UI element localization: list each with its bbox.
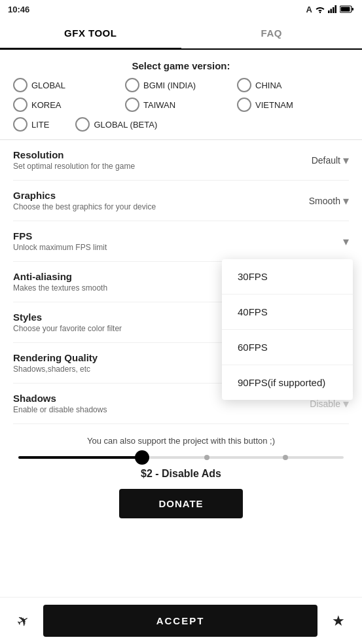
label-global: GLOBAL <box>31 80 65 90</box>
version-taiwan[interactable]: TAIWAN <box>125 98 237 112</box>
status-icons: A <box>306 5 354 14</box>
star-icon[interactable]: ★ <box>327 607 350 635</box>
antialiasing-label: Anti-aliasing <box>13 271 107 282</box>
svg-rect-6 <box>341 7 350 12</box>
svg-rect-1 <box>328 10 330 13</box>
fps-desc: Unlock maximum FPS limit <box>13 243 107 252</box>
slider-thumb[interactable] <box>135 450 149 465</box>
radio-taiwan <box>125 98 139 112</box>
battery-icon <box>340 5 354 13</box>
resolution-row: Resolution Set optimal resolution for th… <box>13 140 349 181</box>
graphics-value: Smooth <box>309 196 340 206</box>
fps-left: FPS Unlock maximum FPS limit <box>13 230 107 252</box>
fps-option-60[interactable]: 60FPS <box>222 330 353 365</box>
fps-chevron-icon: ▾ <box>343 236 349 247</box>
slider-fill <box>18 456 142 459</box>
svg-rect-4 <box>335 5 337 13</box>
accept-button[interactable]: ACCEPT <box>43 605 317 637</box>
radio-vietnam <box>237 98 251 112</box>
tab-bar: GFX TOOL FAQ <box>0 18 362 50</box>
label-global-beta: GLOBAL (BETA) <box>94 120 157 130</box>
send-icon[interactable]: ✈ <box>7 603 39 638</box>
fps-option-30[interactable]: 30FPS <box>222 259 353 295</box>
rendering-quality-left: Rendering Quality Shadows,shaders, etc <box>13 352 98 374</box>
version-row-3: LITE GLOBAL (BETA) <box>13 117 349 139</box>
styles-label: Styles <box>13 312 122 323</box>
signal-icon <box>328 5 337 13</box>
fps-row: FPS Unlock maximum FPS limit ▾ <box>13 221 349 262</box>
a-icon: A <box>306 5 312 14</box>
radio-global <box>13 78 27 92</box>
radio-bgmi <box>125 78 139 92</box>
radio-lite <box>13 117 27 132</box>
svg-rect-3 <box>333 7 335 13</box>
support-text: You can also support the project with th… <box>13 436 349 446</box>
version-korea[interactable]: KOREA <box>13 98 125 112</box>
game-version-title: Select game version: <box>13 50 349 78</box>
fps-label: FPS <box>13 230 107 241</box>
radio-china <box>237 78 251 92</box>
styles-left: Styles Choose your favorite color filter <box>13 312 122 333</box>
version-vietnam[interactable]: VIETNAM <box>237 98 349 112</box>
resolution-label: Resolution <box>13 149 135 160</box>
antialiasing-left: Anti-aliasing Makes the textures smooth <box>13 271 107 293</box>
fps-option-40[interactable]: 40FPS <box>222 295 353 330</box>
graphics-chevron-icon: ▾ <box>343 195 349 207</box>
label-taiwan: TAIWAN <box>143 100 175 110</box>
graphics-row: Graphics Choose the best graphics for yo… <box>13 181 349 221</box>
status-time: 10:46 <box>8 5 29 14</box>
shadows-desc: Enable or disable shadows <box>13 405 107 414</box>
fps-dropdown-trigger[interactable]: ▾ <box>343 236 349 247</box>
resolution-desc: Set optimal resolution for the game <box>13 162 135 171</box>
resolution-value: Default <box>312 155 340 166</box>
graphics-left: Graphics Choose the best graphics for yo… <box>13 190 156 211</box>
tab-faq[interactable]: FAQ <box>181 18 363 48</box>
version-global[interactable]: GLOBAL <box>13 78 125 92</box>
bottom-bar: ✈ ACCEPT ★ <box>0 597 362 644</box>
label-lite: LITE <box>31 120 49 130</box>
graphics-desc: Choose the best graphics for your device <box>13 202 156 211</box>
version-bgmi[interactable]: BGMI (INDIA) <box>125 78 237 92</box>
slider-dot2 <box>283 455 288 460</box>
styles-desc: Choose your favorite color filter <box>13 324 122 333</box>
svg-rect-2 <box>331 9 333 14</box>
label-china: CHINA <box>255 80 281 90</box>
fps-dropdown-popup: 30FPS 40FPS 60FPS 90FPS(if supported) <box>222 259 353 400</box>
graphics-label: Graphics <box>13 190 156 201</box>
shadows-left: Shadows Enable or disable shadows <box>13 393 107 414</box>
rendering-quality-desc: Shadows,shaders, etc <box>13 365 98 374</box>
slider-container[interactable] <box>13 456 349 459</box>
resolution-dropdown[interactable]: Default ▾ <box>312 154 349 166</box>
radio-korea <box>13 98 27 112</box>
svg-point-0 <box>319 12 321 13</box>
graphics-dropdown[interactable]: Smooth ▾ <box>309 195 349 207</box>
version-grid: GLOBAL BGMI (INDIA) CHINA KOREA TAIWAN V… <box>13 78 349 117</box>
version-lite[interactable]: LITE <box>13 117 49 132</box>
radio-global-beta <box>75 117 90 132</box>
shadows-label: Shadows <box>13 393 107 404</box>
resolution-chevron-icon: ▾ <box>343 154 349 166</box>
slider-dot1 <box>204 455 209 460</box>
donate-button[interactable]: DONATE <box>119 489 242 518</box>
svg-rect-7 <box>352 8 354 10</box>
slider-track <box>18 456 344 459</box>
antialiasing-desc: Makes the textures smooth <box>13 283 107 293</box>
version-global-beta[interactable]: GLOBAL (BETA) <box>75 117 157 132</box>
price-label: $2 - Disable Ads <box>13 468 349 480</box>
fps-option-90[interactable]: 90FPS(if supported) <box>222 365 353 400</box>
rendering-quality-label: Rendering Quality <box>13 352 98 363</box>
wifi-icon <box>315 5 325 13</box>
resolution-left: Resolution Set optimal resolution for th… <box>13 149 135 171</box>
label-vietnam: VIETNAM <box>255 100 293 110</box>
tab-gfx-tool[interactable]: GFX TOOL <box>0 18 181 50</box>
label-korea: KOREA <box>31 100 62 110</box>
status-bar: 10:46 A <box>0 0 362 18</box>
support-section: You can also support the project with th… <box>13 424 349 534</box>
version-china[interactable]: CHINA <box>237 78 349 92</box>
label-bgmi: BGMI (INDIA) <box>143 80 196 90</box>
